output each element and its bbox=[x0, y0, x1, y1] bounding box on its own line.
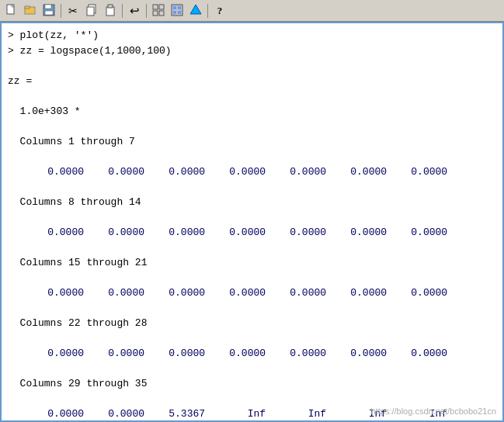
blank-7 bbox=[8, 240, 496, 255]
svg-rect-18 bbox=[173, 11, 176, 14]
save-icon bbox=[43, 4, 55, 18]
svg-rect-17 bbox=[178, 6, 181, 9]
col-header-1: Columns 1 through 7 bbox=[8, 134, 496, 150]
svg-rect-8 bbox=[87, 7, 94, 16]
console-output: > plot(zz, '*') > zz = logspace(1,1000,1… bbox=[2, 23, 502, 422]
svg-rect-13 bbox=[153, 11, 158, 16]
svg-marker-20 bbox=[190, 5, 201, 14]
blank-1 bbox=[8, 58, 496, 74]
separator-1 bbox=[61, 4, 61, 18]
col-header-3: Columns 15 through 21 bbox=[8, 255, 496, 271]
col-header-2: Columns 8 through 14 bbox=[8, 195, 496, 210]
blank-4 bbox=[8, 149, 496, 164]
cmd-line-2: > zz = logspace(1,1000,100) bbox=[8, 43, 496, 59]
watermark: https://blog.csdn.net/bcbobo21cn bbox=[371, 406, 496, 416]
var-name: zz = bbox=[8, 74, 496, 89]
data-row-4: 0.0000 0.0000 0.0000 0.0000 0.0000 0.000… bbox=[8, 346, 496, 361]
scale-factor: 1.0e+303 * bbox=[8, 104, 496, 119]
help-button[interactable]: ? bbox=[211, 2, 228, 19]
col-header-4: Columns 22 through 28 bbox=[8, 316, 496, 331]
copy-icon bbox=[85, 4, 98, 18]
help-icon: ? bbox=[217, 5, 223, 17]
blank-5 bbox=[8, 179, 496, 195]
blank-8 bbox=[8, 270, 496, 285]
blank-9 bbox=[8, 300, 496, 316]
data-row-2: 0.0000 0.0000 0.0000 0.0000 0.0000 0.000… bbox=[8, 225, 496, 240]
separator-4 bbox=[207, 4, 208, 18]
undo-button[interactable]: ↩ bbox=[126, 2, 143, 19]
svg-rect-16 bbox=[173, 6, 176, 9]
svg-rect-5 bbox=[45, 5, 51, 9]
open-button[interactable] bbox=[22, 2, 39, 19]
copy-button[interactable] bbox=[83, 2, 100, 19]
svg-rect-3 bbox=[25, 6, 30, 9]
import-button[interactable] bbox=[169, 2, 186, 19]
toolbar: ✂ ↩ bbox=[0, 0, 504, 22]
new-icon bbox=[5, 4, 18, 18]
blank-11 bbox=[8, 361, 496, 376]
svg-rect-9 bbox=[106, 7, 114, 16]
blank-10 bbox=[8, 330, 496, 346]
separator-3 bbox=[146, 4, 147, 18]
paste-icon bbox=[104, 4, 116, 18]
undo-icon: ↩ bbox=[130, 4, 140, 18]
svg-rect-14 bbox=[159, 11, 164, 16]
blank-3 bbox=[8, 119, 496, 134]
data-row-3: 0.0000 0.0000 0.0000 0.0000 0.0000 0.000… bbox=[8, 285, 496, 301]
data-row-1: 0.0000 0.0000 0.0000 0.0000 0.0000 0.000… bbox=[8, 164, 496, 180]
svg-rect-10 bbox=[108, 5, 113, 8]
svg-rect-12 bbox=[159, 5, 164, 9]
workspace-icon bbox=[189, 4, 202, 18]
workspace-button[interactable] bbox=[187, 2, 204, 19]
grid-icon bbox=[152, 4, 165, 18]
cut-button[interactable]: ✂ bbox=[64, 2, 82, 19]
cmd-line-1: > plot(zz, '*') bbox=[8, 28, 496, 43]
blank-6 bbox=[8, 209, 496, 225]
svg-rect-19 bbox=[178, 11, 181, 14]
svg-rect-6 bbox=[45, 11, 53, 15]
paste-button[interactable] bbox=[102, 2, 119, 19]
svg-rect-11 bbox=[153, 5, 158, 9]
main-content: > plot(zz, '*') > zz = logspace(1,1000,1… bbox=[0, 22, 504, 422]
open-icon bbox=[24, 4, 36, 18]
new-button[interactable] bbox=[3, 2, 20, 19]
col-header-5: Columns 29 through 35 bbox=[8, 376, 496, 392]
import-icon bbox=[171, 4, 183, 18]
save-button[interactable] bbox=[40, 2, 57, 19]
blank-2 bbox=[8, 88, 496, 104]
grid-button[interactable] bbox=[150, 2, 167, 19]
separator-2 bbox=[122, 4, 123, 18]
cut-icon: ✂ bbox=[68, 5, 78, 17]
blank-12 bbox=[8, 391, 496, 406]
